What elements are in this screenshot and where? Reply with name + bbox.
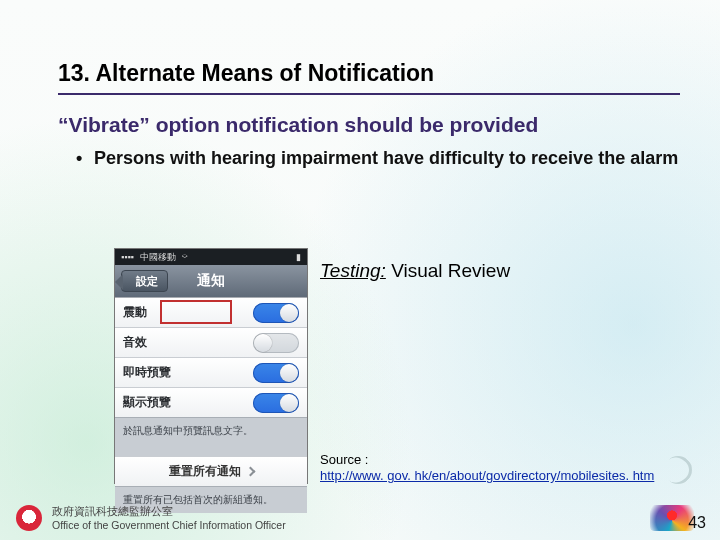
office-name: 政府資訊科技總監辦公室 Office of the Government Chi… bbox=[52, 505, 286, 531]
spacer bbox=[115, 444, 307, 456]
footer: 政府資訊科技總監辦公室 Office of the Government Chi… bbox=[0, 496, 720, 540]
page-number: 43 bbox=[688, 514, 706, 532]
slide-title: 13. Alternate Means of Notification bbox=[58, 60, 680, 87]
toggle-off-icon[interactable] bbox=[253, 333, 299, 353]
settings-note: 於訊息通知中預覽訊息文字。 bbox=[115, 417, 307, 444]
reset-label: 重置所有通知 bbox=[169, 463, 241, 480]
toggle-on-icon[interactable] bbox=[253, 393, 299, 413]
signal-icon: ▪▪▪▪ bbox=[121, 252, 134, 262]
subtitle: “Vibrate” option notification should be … bbox=[58, 113, 680, 137]
row-label: 震動 bbox=[123, 304, 147, 321]
toggle-on-icon[interactable] bbox=[253, 303, 299, 323]
office-zh: 政府資訊科技總監辦公室 bbox=[52, 505, 286, 519]
row-label: 顯示預覽 bbox=[123, 394, 171, 411]
source-block: Source : http://www. gov. hk/en/about/go… bbox=[320, 452, 654, 485]
content-area: 13. Alternate Means of Notification “Vib… bbox=[58, 60, 680, 170]
row-label: 即時預覽 bbox=[123, 364, 171, 381]
gov-crest-icon bbox=[16, 505, 42, 531]
battery-icon: ▮ bbox=[296, 252, 301, 262]
settings-row-preview[interactable]: 即時預覽 bbox=[115, 357, 307, 387]
toggle-on-icon[interactable] bbox=[253, 363, 299, 383]
chevron-right-icon bbox=[245, 467, 255, 477]
nav-title: 通知 bbox=[197, 272, 225, 290]
phone-screenshot: ▪▪▪▪ 中國移動 ⌔ ▮ 設定 通知 震動 音效 即時預覽 顯示預覽 於訊息通… bbox=[114, 248, 308, 484]
back-button[interactable]: 設定 bbox=[121, 270, 168, 292]
title-divider bbox=[58, 93, 680, 95]
testing-label: Testing: bbox=[320, 260, 386, 281]
settings-row-sound[interactable]: 音效 bbox=[115, 327, 307, 357]
broadcast-icon bbox=[664, 456, 692, 484]
bullet-item: Persons with hearing impairment have dif… bbox=[80, 147, 680, 170]
back-label: 設定 bbox=[136, 274, 158, 289]
slide: 13. Alternate Means of Notification “Vib… bbox=[0, 0, 720, 540]
settings-row-showpreview[interactable]: 顯示預覽 bbox=[115, 387, 307, 417]
testing-line: Testing: Visual Review bbox=[320, 260, 510, 282]
row-label: 音效 bbox=[123, 334, 147, 351]
source-label: Source : bbox=[320, 452, 368, 467]
phone-status-bar: ▪▪▪▪ 中國移動 ⌔ ▮ bbox=[115, 249, 307, 265]
bullet-list: Persons with hearing impairment have dif… bbox=[58, 147, 680, 170]
carrier-label: 中國移動 bbox=[140, 251, 176, 264]
office-en: Office of the Government Chief Informati… bbox=[52, 519, 286, 531]
reset-row[interactable]: 重置所有通知 bbox=[115, 456, 307, 486]
source-link[interactable]: http://www. gov. hk/en/about/govdirector… bbox=[320, 468, 654, 483]
highlight-box bbox=[160, 300, 232, 324]
wifi-icon: ⌔ bbox=[182, 252, 187, 262]
testing-value: Visual Review bbox=[391, 260, 510, 281]
phone-nav-bar: 設定 通知 bbox=[115, 265, 307, 297]
